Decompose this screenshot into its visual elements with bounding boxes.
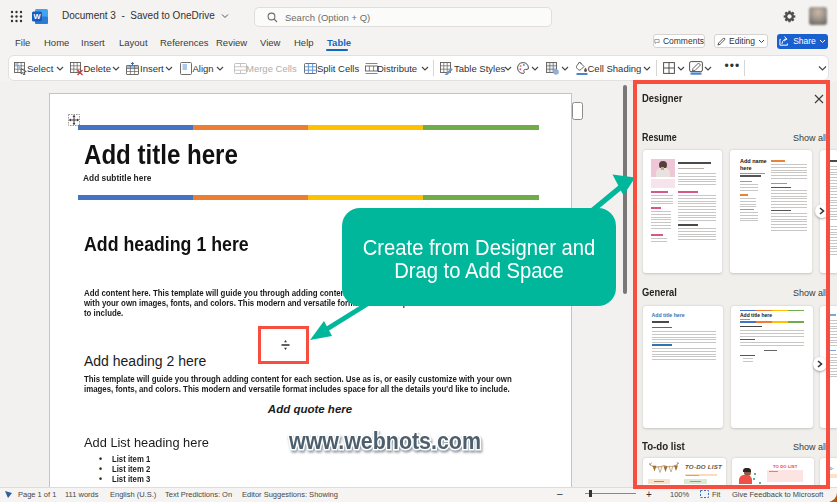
svg-text:W: W	[33, 12, 41, 21]
svg-text:www.webnots.com: www.webnots.com	[288, 428, 481, 454]
